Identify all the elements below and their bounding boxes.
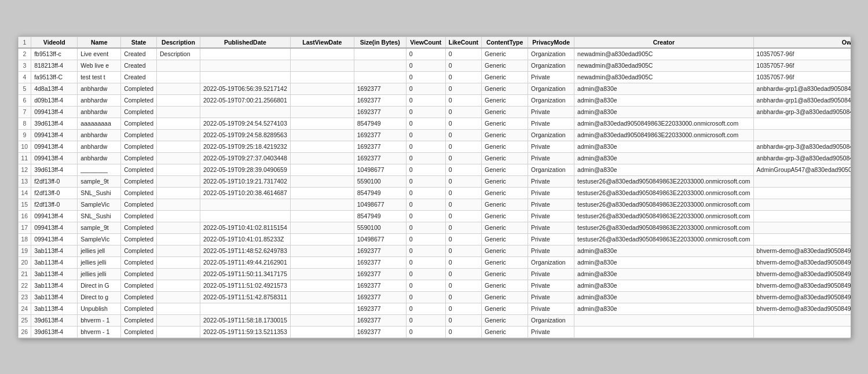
cell-privacymode: Private xyxy=(528,71,574,83)
cell-contenttype: Generic xyxy=(482,268,528,280)
row-number: 3 xyxy=(18,60,31,71)
table-row[interactable]: 10099413ff-4anbhardwCompleted2022-05-19T… xyxy=(18,141,851,152)
table-row[interactable]: 11099413ff-4anbhardwCompleted2022-05-19T… xyxy=(18,152,851,164)
cell-state: Completed xyxy=(121,314,157,326)
cell-owners: 10357057-96f xyxy=(753,60,850,71)
table-row[interactable]: 7099413ff-4anbhardwCompleted169237700Gen… xyxy=(18,106,851,118)
cell-lastviewdate xyxy=(290,141,354,152)
table-row[interactable]: 243ab113ff-4UnpublishCompleted169237700G… xyxy=(18,303,851,314)
cell-viewcount: 0 xyxy=(406,175,445,187)
table-row[interactable]: 4fa9513ff-Ctest test tCreated00GenericPr… xyxy=(18,71,851,83)
cell-name: anbhardw xyxy=(78,106,121,118)
cell-state: Completed xyxy=(121,118,157,129)
cell-state: Completed xyxy=(121,187,157,199)
cell-likecount: 0 xyxy=(445,129,481,141)
cell-likecount: 0 xyxy=(445,71,481,83)
cell-privacymode: Private xyxy=(528,303,574,314)
table-row[interactable]: 233ab113ff-4Direct to gCompleted2022-05-… xyxy=(18,291,851,303)
cell-publisheddate: 2022-05-19T09:25:18.4219232 xyxy=(200,141,290,152)
table-row[interactable]: 223ab113ff-4Direct in GCompleted2022-05-… xyxy=(18,280,851,291)
cell-owners xyxy=(753,222,850,233)
cell-creator: testuser26@a830edad9050849863E22033000.o… xyxy=(574,210,753,222)
table-row[interactable]: 13f2df13ff-0sample_9tCompleted2022-05-19… xyxy=(18,175,851,187)
cell-name: anbhardw xyxy=(78,83,121,94)
table-row[interactable]: 18099413ff-4SampleVicCompleted2022-05-19… xyxy=(18,233,851,245)
table-row[interactable]: 839d613ff-4aaaaaaaaaCompleted2022-05-19T… xyxy=(18,118,851,129)
cell-publisheddate: 2022-05-19T11:51:02.4921573 xyxy=(200,280,290,291)
cell-name: jellies jelli xyxy=(78,268,121,280)
cell-contenttype: Generic xyxy=(482,326,528,338)
table-row[interactable]: 54d8a13ff-4anbhardwCompleted2022-05-19T0… xyxy=(18,83,851,94)
cell-owners: bhverm-demo@a830edad9050849863E22033000.… xyxy=(753,245,850,256)
table-row[interactable]: 3818213ff-4Web live eCreated00GenericOrg… xyxy=(18,60,851,71)
table-row[interactable]: 9099413ff-4anbhardwCompleted2022-05-19T0… xyxy=(18,129,851,141)
table-row[interactable]: 6d09b13ff-4anbhardwCompleted2022-05-19T0… xyxy=(18,94,851,106)
cell-state: Completed xyxy=(121,210,157,222)
cell-contenttype: Generic xyxy=(482,314,528,326)
cell-videoid: 39d613ff-4 xyxy=(31,314,78,326)
cell-videoid: 099413ff-4 xyxy=(31,141,78,152)
cell-privacymode: Private xyxy=(528,245,574,256)
cell-owners: 10357057-96f xyxy=(753,48,850,60)
cell-size: 5590100 xyxy=(354,222,406,233)
cell-owners: bhverm-demo@a830edad9050849863E22033000.… xyxy=(753,256,850,268)
row-number-header: 1 xyxy=(18,36,31,48)
cell-creator: admin@a830e xyxy=(574,106,753,118)
cell-state: Completed xyxy=(121,280,157,291)
cell-lastviewdate xyxy=(290,175,354,187)
table-row[interactable]: 203ab113ff-4jellies jelliCompleted2022-0… xyxy=(18,256,851,268)
cell-videoid: 3ab113ff-4 xyxy=(31,245,78,256)
cell-size: 10498677 xyxy=(354,199,406,210)
cell-viewcount: 0 xyxy=(406,118,445,129)
cell-owners xyxy=(753,314,850,326)
cell-likecount: 0 xyxy=(445,314,481,326)
cell-description xyxy=(156,164,200,175)
cell-viewcount: 0 xyxy=(406,141,445,152)
table-row[interactable]: 193ab113ff-4jellies jellCompleted2022-05… xyxy=(18,245,851,256)
table-row[interactable]: 1239d613ff-4________Completed2022-05-19T… xyxy=(18,164,851,175)
table-row[interactable]: 14f2df13ff-0SNL_SushiCompleted2022-05-19… xyxy=(18,187,851,199)
cell-likecount: 0 xyxy=(445,175,481,187)
cell-description xyxy=(156,141,200,152)
cell-name: ________ xyxy=(78,164,121,175)
cell-creator: admin@a830e xyxy=(574,303,753,314)
cell-owners: AdminGroupA547@a830edad9050849863E220330… xyxy=(753,164,850,175)
table-wrapper[interactable]: 1 VideoIdNameStateDescriptionPublishedDa… xyxy=(18,36,851,338)
cell-privacymode: Organization xyxy=(528,60,574,71)
cell-description xyxy=(156,199,200,210)
table-row[interactable]: 2639d613ff-4bhverm - 1Completed2022-05-1… xyxy=(18,326,851,338)
col-header-creator: Creator xyxy=(574,36,753,48)
col-header-viewcount: ViewCount xyxy=(406,36,445,48)
cell-videoid: d09b13ff-4 xyxy=(31,94,78,106)
table-row[interactable]: 2539d613ff-4bhverm - 1Completed2022-05-1… xyxy=(18,314,851,326)
cell-creator: admin@a830e xyxy=(574,94,753,106)
table-row[interactable]: 2fb9513ff-cLive eventCreatedDescription0… xyxy=(18,48,851,60)
cell-videoid: 099413ff-4 xyxy=(31,233,78,245)
cell-lastviewdate xyxy=(290,326,354,338)
cell-size: 8547949 xyxy=(354,187,406,199)
cell-publisheddate xyxy=(200,48,290,60)
cell-description xyxy=(156,187,200,199)
cell-size: 1692377 xyxy=(354,83,406,94)
cell-lastviewdate xyxy=(290,106,354,118)
cell-owners: anbhardw-grp-3@a830edad9050849863E220330… xyxy=(753,152,850,164)
cell-state: Completed xyxy=(121,199,157,210)
cell-viewcount: 0 xyxy=(406,152,445,164)
cell-lastviewdate xyxy=(290,71,354,83)
cell-description xyxy=(156,326,200,338)
row-number: 13 xyxy=(18,175,31,187)
cell-name: bhverm - 1 xyxy=(78,314,121,326)
cell-creator: testuser26@a830edad9050849863E22033000.o… xyxy=(574,175,753,187)
table-row[interactable]: 16099413ff-4SNL_SushiCompleted854794900G… xyxy=(18,210,851,222)
cell-creator: admin@a830e xyxy=(574,83,753,94)
cell-privacymode: Private xyxy=(528,233,574,245)
cell-publisheddate xyxy=(200,199,290,210)
cell-description xyxy=(156,129,200,141)
table-row[interactable]: 15f2df13ff-0SampleVicCompleted1049867700… xyxy=(18,199,851,210)
table-row[interactable]: 17099413ff-4sample_9tCompleted2022-05-19… xyxy=(18,222,851,233)
cell-state: Completed xyxy=(121,141,157,152)
cell-creator: admin@a830e xyxy=(574,164,753,175)
cell-size: 1692377 xyxy=(354,152,406,164)
table-row[interactable]: 213ab113ff-4jellies jelliCompleted2022-0… xyxy=(18,268,851,280)
cell-publisheddate: 2022-05-19T10:20:38.4614687 xyxy=(200,187,290,199)
